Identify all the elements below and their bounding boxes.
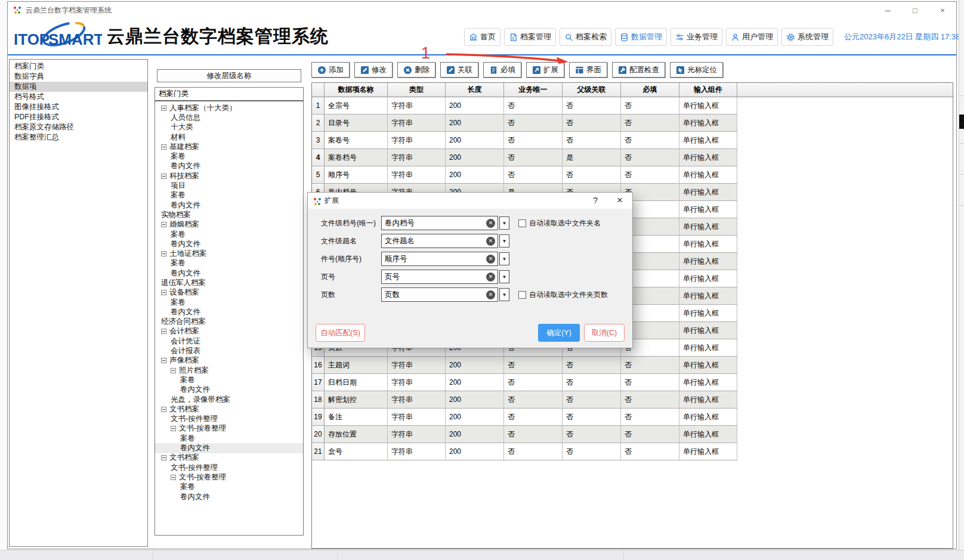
auto-match-button[interactable]: 自动匹配(S) <box>316 324 365 342</box>
field-combobox[interactable]: 页号 ✕ <box>381 270 498 284</box>
tree-node[interactable]: 案卷 <box>155 259 303 268</box>
table-row[interactable]: 2 目录号 字符串 200 否 否 否 单行输入框 <box>312 115 737 132</box>
tree-node[interactable]: 设备档案 <box>155 288 303 298</box>
relate-button[interactable]: 关联 <box>440 62 478 78</box>
collapse-icon[interactable] <box>161 222 166 227</box>
tree-node[interactable]: 卷内文件 <box>155 307 303 317</box>
tree-node[interactable]: 案卷 <box>155 298 303 307</box>
collapse-icon[interactable] <box>161 358 166 363</box>
tree-node[interactable]: 卷内文件 <box>155 162 303 171</box>
nav-archive-search[interactable]: 档案检索 <box>560 28 611 46</box>
config-check-button[interactable]: 配置检查 <box>612 62 665 78</box>
tree-node[interactable]: 案卷 <box>155 434 303 443</box>
nav-archive-manage[interactable]: 档案管理 <box>504 28 556 46</box>
help-icon[interactable]: ? <box>593 196 598 205</box>
tree-node[interactable]: 人事档案（十大类） <box>155 103 303 113</box>
collapse-icon[interactable] <box>161 251 166 256</box>
edit-button[interactable]: 修改 <box>354 62 393 78</box>
clear-icon[interactable]: ✕ <box>486 273 495 281</box>
row-number[interactable]: 5 <box>312 166 325 184</box>
field-combobox[interactable]: 文件题名 ✕ <box>381 234 498 248</box>
auto-read-checkbox[interactable]: 自动读取选中文件夹页数 <box>518 290 608 300</box>
tree-node[interactable]: 案卷 <box>155 375 303 385</box>
tree-node[interactable]: 会计报表 <box>155 346 303 355</box>
row-number[interactable]: 1 <box>312 97 325 115</box>
clear-icon[interactable]: ✕ <box>486 290 495 299</box>
tree-node[interactable]: 退伍军人档案 <box>155 278 303 287</box>
row-number[interactable]: 16 <box>312 357 325 374</box>
column-header[interactable]: 输入组件 <box>679 83 737 97</box>
tree-node[interactable]: 声像档案 <box>155 356 303 366</box>
table-row[interactable]: 16 主题词 字符串 200 否 否 否 单行输入框 <box>312 357 737 374</box>
tree-node[interactable]: 会计档案 <box>155 327 303 336</box>
tree-node[interactable]: 卷内文件 <box>155 443 303 453</box>
clear-icon[interactable]: ✕ <box>486 255 495 264</box>
cursor-locate-button[interactable]: 光标定位 <box>670 62 723 78</box>
tree-node[interactable]: 人员信息 <box>155 113 303 122</box>
column-header[interactable]: 必填 <box>621 83 679 97</box>
maximize-icon[interactable]: □ <box>901 2 929 18</box>
tree-node[interactable]: 文书-按卷整理 <box>155 472 303 482</box>
table-row[interactable]: 5 顺序号 字符串 200 否 否 否 单行输入框 <box>312 166 737 184</box>
ui-button[interactable]: 界面 <box>569 62 607 78</box>
field-combobox[interactable]: 卷内档号 ✕ <box>381 216 498 230</box>
row-number[interactable]: 19 <box>312 409 325 426</box>
tree-node[interactable]: 文书-按件整理 <box>155 463 303 472</box>
field-combobox[interactable]: 顺序号 ✕ <box>381 252 498 266</box>
ok-button[interactable]: 确定(Y) <box>538 324 580 342</box>
tree-node[interactable]: 文书-按件整理 <box>155 414 303 424</box>
collapse-icon[interactable] <box>161 455 166 460</box>
tree-node[interactable]: 项目 <box>155 181 303 190</box>
tree-node[interactable]: 卷内文件 <box>155 385 303 395</box>
tree-node[interactable]: 卷内文件 <box>155 200 303 210</box>
checkbox-box[interactable] <box>518 291 526 299</box>
nav-user-manage[interactable]: 用户管理 <box>726 28 778 46</box>
collapse-icon[interactable] <box>161 106 166 111</box>
collapse-icon[interactable] <box>161 290 166 295</box>
tree-node[interactable]: 十大类 <box>155 123 303 132</box>
table-row[interactable]: 17 归档日期 字符串 200 否 否 否 单行输入框 <box>312 374 737 391</box>
table-row[interactable]: 18 解密划控 字符串 200 否 否 否 单行输入框 <box>312 391 737 409</box>
tree-node[interactable]: 文书档案 <box>155 404 303 414</box>
tree-node[interactable]: 基建档案 <box>155 142 303 151</box>
sidebar-item[interactable]: 数据项 <box>10 82 147 92</box>
tree-node[interactable]: 经济合同档案 <box>155 317 303 327</box>
column-header[interactable]: 业务唯一 <box>504 83 563 97</box>
sidebar-item[interactable]: 档案原文存储路径 <box>10 122 147 132</box>
nav-data-manage[interactable]: 数据管理 <box>615 28 667 46</box>
chevron-down-icon[interactable]: ▼ <box>499 234 509 247</box>
tree-node[interactable]: 照片档案 <box>155 366 303 375</box>
collapse-icon[interactable] <box>161 407 166 412</box>
collapse-icon[interactable] <box>161 174 166 179</box>
checkbox-box[interactable] <box>518 219 526 227</box>
table-row[interactable]: 20 存放位置 字符串 200 否 否 否 单行输入框 <box>312 426 737 443</box>
row-number[interactable]: 18 <box>312 391 325 409</box>
nav-system-manage[interactable]: 系统管理 <box>781 28 833 46</box>
tree-node[interactable]: 材料 <box>155 132 303 142</box>
tree-node[interactable]: 科技档案 <box>155 171 303 181</box>
sidebar-item[interactable]: 图像挂接格式 <box>10 102 147 112</box>
expand-button[interactable]: 扩展 <box>526 62 564 78</box>
collapse-icon[interactable] <box>171 368 176 373</box>
row-number[interactable]: 17 <box>312 374 325 391</box>
table-row[interactable]: 19 备注 字符串 200 否 否 否 单行输入框 <box>312 409 737 426</box>
column-header[interactable]: 父级关联 <box>563 83 621 97</box>
nav-home[interactable]: 首页 <box>464 28 500 46</box>
tree-node[interactable]: 案卷 <box>155 191 303 200</box>
row-number[interactable]: 2 <box>312 115 325 132</box>
delete-button[interactable]: 删除 <box>397 62 435 78</box>
sidebar-item[interactable]: 档案整理汇总 <box>10 132 147 143</box>
auto-read-checkbox[interactable]: 自动读取选中文件夹名 <box>518 218 601 228</box>
collapse-icon[interactable] <box>161 329 166 334</box>
tree-node[interactable]: 案卷 <box>155 151 303 161</box>
clear-icon[interactable]: ✕ <box>486 237 495 246</box>
sidebar-item[interactable]: PDF挂接格式 <box>10 112 147 122</box>
tree-node[interactable]: 会计凭证 <box>155 336 303 346</box>
collapse-icon[interactable] <box>171 475 176 480</box>
tree-node[interactable]: 实物档案 <box>155 210 303 219</box>
tree-node[interactable]: 卷内文件 <box>155 268 303 278</box>
row-number[interactable]: 21 <box>312 443 325 460</box>
table-row[interactable]: 4 案卷档号 字符串 200 否 是 否 单行输入框 <box>312 149 737 166</box>
row-number[interactable]: 3 <box>312 132 325 149</box>
tree-node[interactable]: 文书档案 <box>155 453 303 463</box>
